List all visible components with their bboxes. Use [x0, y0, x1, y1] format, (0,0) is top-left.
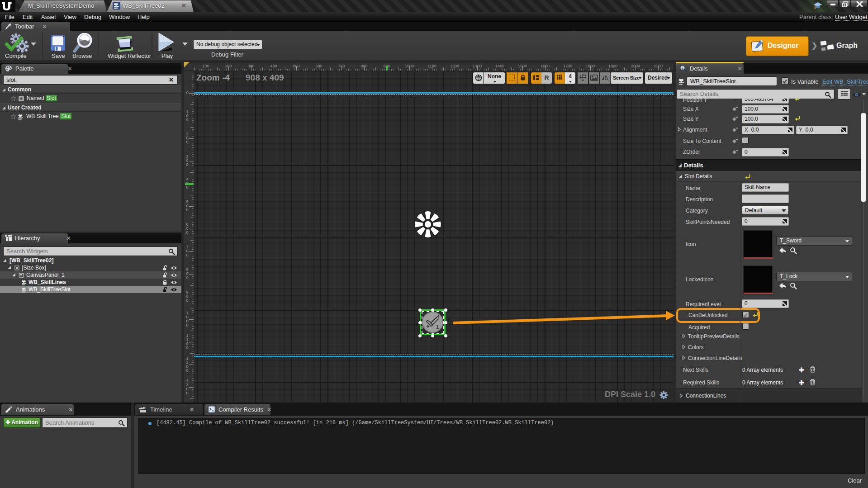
- svg-text:1: 1: [436, 324, 439, 330]
